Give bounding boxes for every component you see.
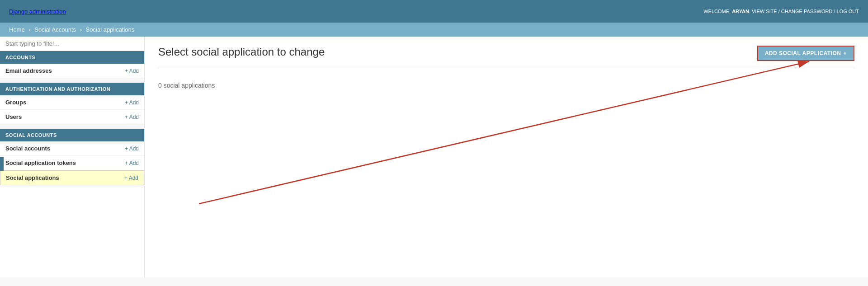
sidebar-item-social-application-tokens-add[interactable]: + Add <box>125 160 139 166</box>
breadcrumb-social-accounts[interactable]: Social Accounts <box>34 26 76 33</box>
gap1 <box>0 78 144 83</box>
sidebar-item-social-accounts-add[interactable]: + Add <box>125 145 139 152</box>
sidebar-filter-input[interactable] <box>0 37 144 51</box>
sidebar-section-auth: AUTHENTICATION AND AUTHORIZATION Groups … <box>0 83 144 124</box>
breadcrumb: Home › Social Accounts › Social applicat… <box>0 23 868 37</box>
sidebar-item-groups: Groups + Add <box>0 95 144 110</box>
result-count: 0 social applications <box>158 77 854 94</box>
nav-sidebar: ACCOUNTS Email addresses + Add AUTHENTIC… <box>0 37 145 277</box>
main-container: ACCOUNTS Email addresses + Add AUTHENTIC… <box>0 37 868 277</box>
sidebar-section-accounts-header: ACCOUNTS <box>0 51 144 64</box>
sidebar-item-email-addresses-add[interactable]: + Add <box>125 68 139 74</box>
log-out-link[interactable]: LOG OUT <box>836 9 859 14</box>
view-site-link[interactable]: VIEW SITE <box>752 9 777 14</box>
sidebar-item-social-accounts-label: Social accounts <box>5 145 50 152</box>
breadcrumb-current: Social applications <box>86 26 135 33</box>
brand-link[interactable]: Django administration <box>9 8 66 15</box>
sidebar-item-social-application-tokens: Social application tokens + Add <box>0 156 144 170</box>
brand-title: Django administration <box>9 8 66 15</box>
arrow-annotation <box>145 37 868 277</box>
username: ARYAN <box>732 9 749 14</box>
change-password-link[interactable]: CHANGE PASSWORD <box>781 9 832 14</box>
sidebar-item-users: Users + Add <box>0 110 144 124</box>
sidebar-item-groups-add[interactable]: + Add <box>125 99 139 106</box>
sidebar-section-auth-header: AUTHENTICATION AND AUTHORIZATION <box>0 83 144 95</box>
sidebar-item-email-addresses-label: Email addresses <box>5 67 52 74</box>
sidebar-item-social-applications-label: Social applications <box>6 174 59 181</box>
header: Django administration WELCOME, ARYAN. VI… <box>0 0 868 23</box>
content-header: Select social application to change ADD … <box>158 46 854 68</box>
main-content: Select social application to change ADD … <box>145 37 868 277</box>
sidebar-item-users-add[interactable]: + Add <box>125 114 139 120</box>
collapse-icon: « <box>0 161 0 166</box>
sidebar-collapse-button[interactable]: « <box>0 157 4 171</box>
sidebar-section-accounts: ACCOUNTS Email addresses + Add <box>0 51 144 78</box>
sidebar-section-social-header: SOCIAL ACCOUNTS <box>0 129 144 141</box>
add-button-label: ADD SOCIAL APPLICATION <box>765 50 841 56</box>
add-social-application-button[interactable]: ADD SOCIAL APPLICATION + <box>757 46 854 61</box>
user-tools: WELCOME, ARYAN. VIEW SITE / CHANGE PASSW… <box>703 9 859 14</box>
sidebar-item-groups-label: Groups <box>5 99 26 106</box>
sidebar-item-social-application-tokens-label: Social application tokens <box>5 159 76 166</box>
welcome-text: WELCOME, <box>703 9 731 14</box>
sidebar-item-social-applications-add[interactable]: + Add <box>124 175 138 181</box>
sidebar-item-email-addresses: Email addresses + Add <box>0 64 144 78</box>
sidebar-item-social-applications: Social applications + Add <box>0 170 144 185</box>
breadcrumb-separator2: › <box>80 26 82 33</box>
add-button-icon: + <box>843 50 847 56</box>
gap2 <box>0 124 144 129</box>
page-title: Select social application to change <box>158 46 325 58</box>
sidebar-item-users-label: Users <box>5 113 22 120</box>
sidebar-item-social-accounts: Social accounts + Add <box>0 141 144 156</box>
breadcrumb-separator1: › <box>28 26 30 33</box>
breadcrumb-home[interactable]: Home <box>9 26 25 33</box>
sidebar-section-social: SOCIAL ACCOUNTS Social accounts + Add So… <box>0 129 144 185</box>
